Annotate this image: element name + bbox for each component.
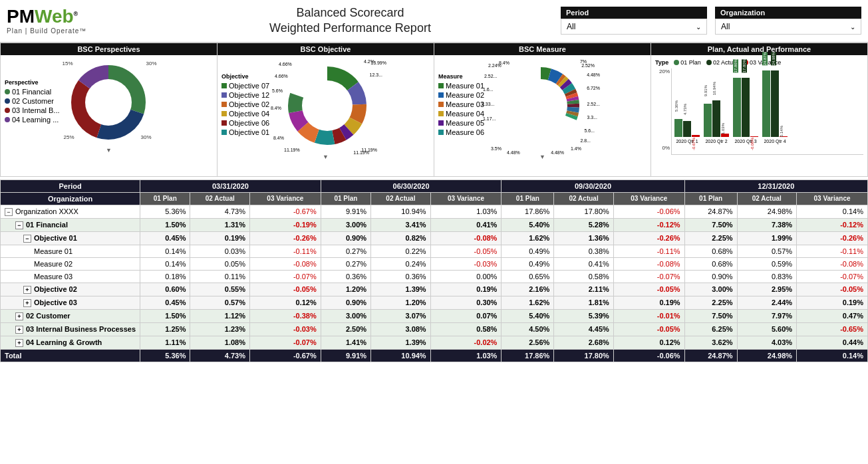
m6-square (438, 130, 444, 135)
cell-9-1: 1.23% (190, 322, 250, 336)
expand-icon[interactable]: + (15, 326, 23, 334)
qtr2-actual-label: 10.94% (712, 82, 716, 95)
qtr4-variance-label: 0.14% (780, 126, 784, 137)
cell-9-11: -0.65% (797, 322, 868, 336)
cell-11-1: 4.73% (190, 349, 250, 362)
bsc-objective-title: BSC Objective (217, 43, 434, 55)
cell-8-10: 7.97% (737, 309, 797, 322)
header: PMWeb® Plan | Build Operate™ Balanced Sc… (0, 0, 868, 43)
cell-1-7: 5.28% (554, 218, 614, 231)
cell-11-3: 9.91% (321, 349, 370, 362)
cell-3-5: -0.05% (430, 245, 502, 257)
legend-item-internal: 03 Internal B... (5, 106, 60, 114)
qtr4-plan-bar (762, 70, 770, 137)
qtr4-actual: 24.98% (771, 70, 779, 137)
qtr3-bars: 17.86% 17.80% -0.06% (733, 70, 758, 137)
cell-8-4: 3.07% (371, 309, 431, 322)
period-select[interactable]: All ⌄ (561, 19, 707, 35)
expand-icon[interactable]: + (15, 339, 23, 347)
cell-11-7: 17.80% (554, 349, 614, 362)
qtr2-variance: 1.03% (721, 134, 729, 137)
cell-8-0: 1.50% (140, 309, 190, 322)
qtr3-actual-bar (742, 78, 750, 137)
collapse-icon[interactable]: − (5, 208, 13, 216)
row-label-10: +04 Learning & Growth (1, 336, 140, 349)
cell-0-3: 9.91% (321, 205, 370, 218)
obj-pct-1399: 13.99% (370, 60, 386, 65)
qtr3-actual: 17.80% (742, 78, 750, 137)
qtr1-actual: 4.73% (683, 121, 691, 137)
plan-dot (674, 60, 679, 65)
m-pct-14: 1.4% (571, 146, 581, 151)
type-label: Type (655, 59, 668, 66)
cell-5-7: 0.58% (554, 270, 614, 283)
expand-icon[interactable]: + (23, 286, 31, 294)
cell-3-6: 0.49% (502, 245, 554, 257)
cell-6-0: 0.60% (140, 283, 190, 296)
cell-4-7: 0.41% (554, 257, 614, 270)
obj6-square (221, 120, 227, 126)
cell-1-8: -0.12% (613, 218, 684, 231)
objective-legend: Objective Objective 07 Objective 12 Obje… (221, 73, 275, 138)
row-label-6: +Objective 02 (1, 283, 140, 296)
obj4-square (221, 111, 227, 116)
obj-pct-1119a: 11.19% (284, 148, 300, 152)
collapse-icon[interactable]: − (15, 221, 23, 229)
obj-pct-84a: 8.4% (271, 106, 281, 110)
m-pct-56: 5.6... (584, 128, 595, 133)
cell-11-8: -0.06% (613, 349, 684, 362)
cell-11-10: 24.98% (737, 349, 797, 362)
cell-0-1: 4.73% (190, 205, 250, 218)
objective-dropdown-icon[interactable]: ▼ (221, 154, 430, 160)
charts-section: BSC Perspectives Perspective 01 Financia… (0, 43, 868, 177)
perspectives-donut: 30% 30% 25% 15% (65, 59, 152, 146)
obj2-label: Objective 02 (229, 100, 269, 108)
qtr4-bars: 24.87% 24.98% 0.14% (762, 70, 788, 137)
cell-10-7: 2.68% (554, 336, 614, 349)
measure-dropdown-icon[interactable]: ▼ (438, 154, 647, 160)
org-select[interactable]: All ⌄ (715, 19, 861, 35)
collapse-icon[interactable]: − (23, 235, 31, 243)
cell-1-10: 7.38% (737, 218, 797, 231)
sub-q4-actual: 02 Actual (737, 192, 797, 205)
expand-icon[interactable]: + (23, 299, 31, 307)
cell-3-4: 0.22% (371, 245, 431, 257)
qtr4-actual-label: 24.98% (771, 52, 776, 65)
legend-item-learning: 04 Learning ... (5, 116, 60, 124)
cell-5-9: 0.90% (684, 270, 737, 283)
cell-10-0: 1.11% (140, 336, 190, 349)
legend-obj6: Objective 06 (221, 119, 275, 127)
cell-10-1: 1.08% (190, 336, 250, 349)
legend-obj2: Objective 02 (221, 100, 275, 108)
cell-7-6: 1.62% (502, 296, 554, 309)
cell-9-4: 3.08% (371, 322, 431, 336)
cell-9-8: -0.05% (613, 322, 684, 336)
org-filter-group: Organization All ⌄ (715, 7, 861, 35)
m4-square (438, 111, 444, 116)
m5-label: Measure 05 (446, 119, 484, 127)
cell-10-5: -0.02% (430, 336, 502, 349)
cell-11-2: -0.67% (250, 349, 321, 362)
report-title: Balanced Scorecard Weighted Performance … (140, 5, 561, 37)
cell-9-3: 2.50% (321, 322, 370, 336)
qtr1-plan-bar (674, 119, 682, 137)
perspectives-dropdown-icon[interactable]: ▼ (5, 147, 213, 154)
cell-10-2: -0.07% (250, 336, 321, 349)
table-row: Measure 010.14%0.03%-0.11%0.27%0.22%-0.0… (1, 245, 868, 257)
legend-obj4: Objective 04 (221, 110, 275, 118)
pct-15: 15% (63, 60, 73, 66)
qtr3-actual-label: 17.80% (742, 59, 747, 72)
expand-icon[interactable]: + (15, 312, 23, 320)
customer-dot (5, 98, 10, 104)
cell-6-10: 2.95% (737, 283, 797, 296)
period-col-4: 12/31/2020 (684, 179, 867, 192)
qtr1-actual-bar (683, 121, 691, 137)
qtr1-group: 5.36% 4.73% -0.67% 2020 Qtr 1 (674, 70, 700, 144)
actual-dot (706, 60, 712, 65)
period-chevron-icon: ⌄ (696, 23, 701, 31)
legend-item-financial: 01 Financial (5, 88, 60, 96)
title-area: Balanced Scorecard Weighted Performance … (140, 5, 561, 37)
qtr4-variance: 0.14% (780, 136, 788, 137)
cell-0-7: 17.80% (554, 205, 614, 218)
perspectives-legend-label: Perspective (5, 79, 60, 86)
